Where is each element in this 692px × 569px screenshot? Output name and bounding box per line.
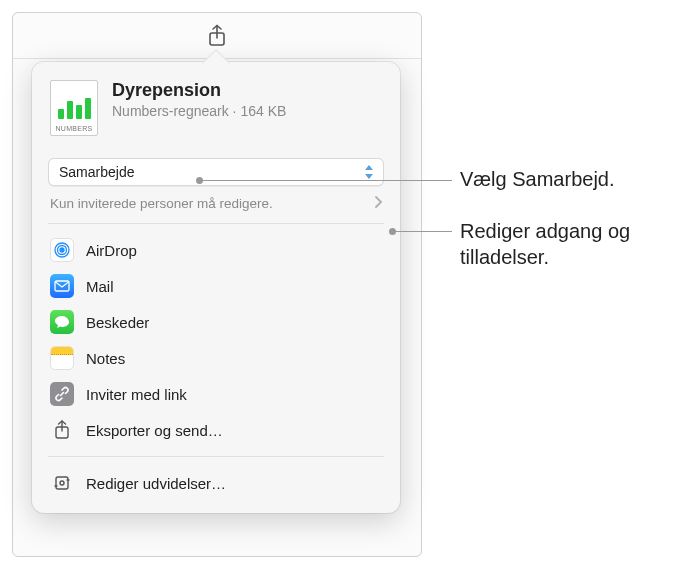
file-title: Dyrepension <box>112 80 382 101</box>
share-button[interactable] <box>197 20 237 52</box>
messages-icon <box>50 310 74 334</box>
share-target-notes[interactable]: Notes <box>32 340 400 376</box>
edit-extensions-item[interactable]: Rediger udvidelser… <box>32 465 400 501</box>
divider <box>48 223 384 224</box>
mail-icon <box>50 274 74 298</box>
collaborate-mode-select[interactable]: Samarbejde <box>48 158 384 186</box>
share-popover: NUMBERS Dyrepension Numbers-regneark · 1… <box>32 62 400 513</box>
file-meta: Numbers-regneark · 164 KB <box>112 103 382 119</box>
edit-extensions-label: Rediger udvidelser… <box>86 475 226 492</box>
share-target-label: Mail <box>86 278 114 295</box>
share-target-export-send[interactable]: Eksporter og send… <box>32 412 400 448</box>
file-icon-label: NUMBERS <box>55 125 92 132</box>
extensions-icon <box>50 471 74 495</box>
svg-rect-6 <box>56 477 68 489</box>
share-target-label: Inviter med link <box>86 386 187 403</box>
share-target-label: AirDrop <box>86 242 137 259</box>
file-header: NUMBERS Dyrepension Numbers-regneark · 1… <box>32 76 400 158</box>
collaborate-mode-label: Samarbejde <box>59 164 135 180</box>
callout-edit-access: Rediger adgang og tilladelser. <box>460 218 670 270</box>
share-targets-list: AirDrop Mail Beskeder Notes Inviter med … <box>32 226 400 454</box>
callout-line <box>203 180 452 181</box>
notes-icon <box>50 346 74 370</box>
file-type: Numbers-regneark <box>112 103 229 119</box>
file-size: 164 KB <box>240 103 286 119</box>
share-icon <box>207 24 227 48</box>
callout-line <box>396 231 452 232</box>
share-target-mail[interactable]: Mail <box>32 268 400 304</box>
divider <box>48 456 384 457</box>
callout-choose-collaborate: Vælg Samarbejd. <box>460 166 615 192</box>
airdrop-icon <box>50 238 74 262</box>
share-target-airdrop[interactable]: AirDrop <box>32 232 400 268</box>
svg-point-3 <box>60 248 64 252</box>
svg-point-7 <box>60 481 64 485</box>
dropdown-stepper-icon <box>363 165 375 179</box>
export-send-icon <box>50 418 74 442</box>
file-icon: NUMBERS <box>50 80 98 144</box>
share-target-label: Eksporter og send… <box>86 422 223 439</box>
share-target-label: Notes <box>86 350 125 367</box>
share-target-label: Beskeder <box>86 314 149 331</box>
share-target-messages[interactable]: Beskeder <box>32 304 400 340</box>
callout-anchor-dot <box>389 228 396 235</box>
permissions-summary: Kun inviterede personer må redigere. <box>50 196 273 211</box>
chevron-right-icon <box>374 196 382 211</box>
callout-anchor-dot <box>196 177 203 184</box>
permissions-row[interactable]: Kun inviterede personer må redigere. <box>48 194 384 213</box>
link-icon <box>50 382 74 406</box>
share-target-invite-link[interactable]: Inviter med link <box>32 376 400 412</box>
